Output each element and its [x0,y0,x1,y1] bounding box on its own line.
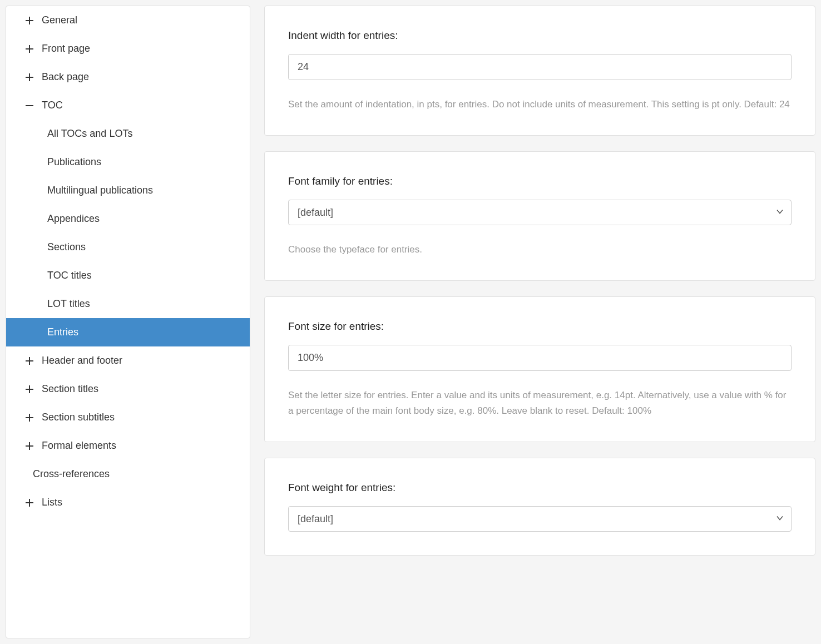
sidebar-item-label: Entries [47,326,78,338]
sidebar-item-back-page[interactable]: Back page [6,63,250,91]
help-text: Set the amount of indentation, in pts, f… [288,97,792,112]
sidebar-item-all-tocs[interactable]: All TOCs and LOTs [6,120,250,148]
font-size-input[interactable] [288,345,792,371]
sidebar-item-front-page[interactable]: Front page [6,34,250,63]
sidebar-item-lot-titles[interactable]: LOT titles [6,290,250,318]
sidebar-item-toc-titles[interactable]: TOC titles [6,261,250,290]
indent-width-input[interactable] [288,54,792,80]
card-font-family: Font family for entries: [default] Choos… [264,151,815,281]
help-text: Set the letter size for entries. Enter a… [288,388,792,418]
help-text: Choose the typeface for entries. [288,242,792,257]
sidebar-item-formal-elements[interactable]: Formal elements [6,432,250,460]
plus-icon [25,442,39,450]
font-family-select[interactable]: [default] [288,200,792,225]
field-label: Font size for entries: [288,320,792,333]
minus-icon [25,101,39,110]
sidebar-item-appendices[interactable]: Appendices [6,205,250,233]
sidebar-item-section-subtitles[interactable]: Section subtitles [6,403,250,432]
sidebar-item-multilingual[interactable]: Multilingual publications [6,176,250,205]
plus-icon [25,44,39,53]
sidebar-item-section-titles[interactable]: Section titles [6,375,250,403]
sidebar-item-label: Lists [42,497,62,508]
sidebar-item-lists[interactable]: Lists [6,488,250,517]
sidebar-item-label: Section subtitles [42,412,115,423]
sidebar-item-label: Formal elements [42,440,116,452]
sidebar-item-label: Publications [47,156,101,168]
field-label: Indent width for entries: [288,29,792,42]
sidebar-item-label: Cross-references [33,468,110,480]
sidebar-item-label: Multilingual publications [47,185,153,196]
sidebar-item-label: LOT titles [47,298,90,310]
sidebar-item-label: Front page [42,43,90,55]
sidebar-item-entries[interactable]: Entries [6,318,250,346]
plus-icon [25,385,39,394]
content: Indent width for entries: Set the amount… [264,6,815,638]
plus-icon [25,356,39,365]
sidebar-item-label: General [42,14,77,26]
field-label: Font weight for entries: [288,482,792,494]
field-label: Font family for entries: [288,175,792,187]
font-weight-select[interactable]: [default] [288,506,792,532]
sidebar-item-label: TOC [42,100,63,111]
layout: General Front page Back page TOC All TOC… [0,0,821,644]
sidebar: General Front page Back page TOC All TOC… [6,6,250,638]
plus-icon [25,73,39,82]
sidebar-item-general[interactable]: General [6,6,250,34]
sidebar-item-header-footer[interactable]: Header and footer [6,346,250,375]
card-indent-width: Indent width for entries: Set the amount… [264,6,815,136]
plus-icon [25,413,39,422]
card-font-size: Font size for entries: Set the letter si… [264,296,815,442]
sidebar-item-cross-references[interactable]: Cross-references [6,460,250,488]
sidebar-item-publications[interactable]: Publications [6,148,250,176]
sidebar-item-label: Back page [42,71,89,83]
sidebar-item-label: Section titles [42,383,98,395]
card-font-weight: Font weight for entries: [default] [264,458,815,556]
sidebar-item-label: All TOCs and LOTs [47,128,132,140]
sidebar-item-label: Sections [47,241,86,253]
plus-icon [25,16,39,25]
sidebar-item-label: Appendices [47,213,100,225]
plus-icon [25,498,39,507]
sidebar-item-label: Header and footer [42,355,122,366]
sidebar-item-sections[interactable]: Sections [6,233,250,261]
sidebar-item-label: TOC titles [47,270,92,281]
sidebar-item-toc[interactable]: TOC [6,91,250,120]
